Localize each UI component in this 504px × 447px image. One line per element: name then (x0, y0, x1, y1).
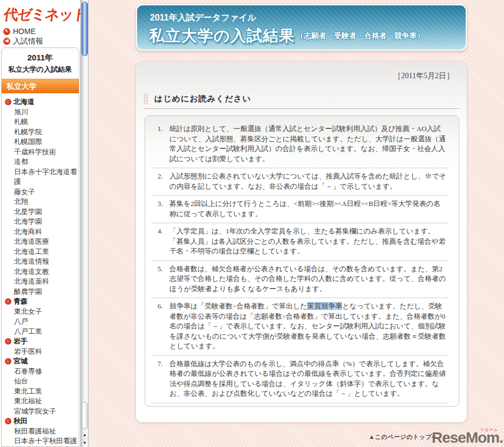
sidebar-region-header[interactable]: ↓青森 (5, 297, 78, 307)
note-text: 合格者数は、補欠合格者が公表されている場合は、その数を含めています。また、第2志… (169, 265, 446, 293)
note-item: 「入学定員」は、1年次の全入学定員を示し、主たる募集欄にのみ表示しています。「募… (152, 223, 448, 261)
frame-scrollbar[interactable]: ▲ ▼ (80, 0, 89, 447)
note-text: 合格最低線は大学公表のものを示し、満点中の得点率（%）で表示してします。補欠合格… (169, 360, 446, 398)
page-banner: 2011年入試データファイル 私立大学の入試結果 （志願者・受験者・合格者・競争… (136, 4, 467, 51)
banner-title-row: 私立大学の入試結果 （志願者・受験者・合格者・競争率） (149, 25, 466, 47)
sidebar-region-header[interactable]: ↓岩手 (5, 336, 78, 347)
sidebar-university-link[interactable]: 札幌国際 (5, 137, 78, 147)
sidebar-region-label: 岩手 (13, 336, 28, 347)
page-title: 私立大学の入試結果 (149, 25, 295, 47)
sidebar-category-private-university[interactable]: 私立大学 (2, 79, 79, 93)
red-down-arrow-icon: ↓ (5, 358, 11, 365)
note-item: 競争率は「受験者数÷合格者数」で算出した実質競争率となっています。ただし、受験者… (152, 298, 448, 356)
section-header: はじめにお読みください (144, 93, 467, 105)
nav-home-label: HOME (13, 26, 36, 36)
sidebar-title-text: 私立大学の入試結果 (3, 65, 78, 74)
note-text: 「入学定員」は、1年次の全入学定員を示し、主たる募集欄にのみ表示しています。「募… (169, 227, 446, 255)
sidebar-university-link[interactable]: 酪農学園 (5, 287, 78, 297)
top-nav: ↖ HOME ◀ 入試情報 (3, 26, 80, 46)
sidebar-university-link[interactable]: 札幌学院 (5, 127, 78, 137)
scrollbar-thumb[interactable] (81, 2, 88, 56)
note-item: 合格最低線は大学公表のものを示し、満点中の得点率（%）で表示してします。補欠合格… (152, 356, 448, 403)
section-title: はじめにお読みください (154, 94, 251, 104)
sidebar-university-link[interactable]: 八戸工業 (5, 327, 78, 337)
sidebar-region-label: 北海道 (13, 97, 35, 107)
red-down-arrow-icon: ↓ (5, 418, 11, 424)
sidebar-title-year: 2011年 (3, 53, 78, 63)
sidebar-university-link[interactable]: 東北工業 (5, 387, 78, 397)
sidebar-region-label: 秋田 (13, 416, 28, 427)
left-sidebar-frame: 代ゼミネット ↖ HOME ◀ 入試情報 2011年 私立大学の入試結果 私立大… (0, 0, 80, 447)
sidebar-university-link[interactable]: 北海道薬科 (5, 277, 78, 287)
sidebar-university-link[interactable]: 千歳科学技術 (5, 147, 78, 157)
note-text: 募集を2回以上に分けて行うところは、<前期><後期><A日程><B日程>等大学発… (169, 200, 440, 218)
sidebar-title: 2011年 私立大学の入試結果 (2, 48, 79, 79)
note-text: 入試形態別に公表されていない大学については、推薦入試等を含めた統計とし、※でその… (169, 172, 446, 190)
note-text: 競争率は「受験者数÷合格者数」で算出した (169, 302, 307, 310)
note-item: 募集を2回以上に分けて行うところは、<前期><後期><A日程><B日程>等大学発… (152, 196, 448, 223)
sidebar-menu-box: 2011年 私立大学の入試結果 私立大学 ↓北海道旭川札幌札幌学院札幌国際千歳科… (1, 47, 79, 447)
nav-exam-info-label: 入試情報 (13, 36, 43, 46)
sidebar-university-link[interactable]: 岩手医科 (5, 347, 78, 357)
scrollbar-down-button[interactable]: ▼ (81, 438, 88, 446)
sidebar-university-link[interactable]: 石巻専修 (5, 367, 78, 377)
red-down-arrow-icon: ↓ (5, 338, 11, 345)
red-down-arrow-icon: ↓ (5, 298, 11, 305)
sidebar-university-link[interactable]: 北星学園 (5, 207, 78, 217)
sidebar-region-label: 青森 (13, 297, 28, 307)
sidebar-university-link[interactable]: 北海学園 (5, 217, 78, 227)
watermark-text: ReseMom. (432, 429, 503, 446)
sidebar-university-link[interactable]: 藤女子 (5, 187, 78, 197)
sidebar-university-link[interactable]: 札幌 (5, 117, 78, 127)
notes-box: 統計は原則として、一般選抜（通常入試とセンター試験利用入試）及び推薦・AO入試に… (145, 115, 459, 407)
scrollbar-track-pill (81, 402, 88, 429)
sidebar-region-header[interactable]: ↓秋田 (5, 416, 78, 427)
site-logo[interactable]: 代ゼミネット (3, 5, 79, 24)
home-back-arrow-icon: ↖ (3, 28, 10, 35)
sidebar-university-link[interactable]: 旭川 (5, 107, 78, 118)
sidebar-university-link[interactable]: 宮城学院女子 (5, 407, 78, 417)
back-to-top-link[interactable]: ▲このページのトップへ (369, 433, 438, 441)
notes-list: 統計は原則として、一般選抜（通常入試とセンター試験利用入試）及び推薦・AO入試に… (152, 121, 448, 403)
sidebar-region-header[interactable]: ↓北海道 (5, 97, 78, 107)
left-arrow-icon: ◀ (3, 38, 10, 45)
note-item: 合格者数は、補欠合格者が公表されている場合は、その数を含めています。また、第2志… (152, 261, 448, 299)
main-content-frame: 2011年入試データファイル 私立大学の入試結果 （志願者・受験者・合格者・競争… (90, 0, 504, 447)
nav-home-link[interactable]: ↖ HOME (3, 26, 80, 36)
highlighted-term: 実質競争率 (307, 302, 342, 310)
scrollbar-up-button[interactable]: ▲ (81, 431, 88, 439)
sidebar-region-label: 宮城 (13, 356, 28, 367)
note-item: 入試形態別に公表されていない大学については、推薦入試等を含めた統計とし、※でその… (152, 168, 448, 196)
note-text: 統計は原則として、一般選抜（通常入試とセンター試験利用入試）及び推薦・AO入試に… (169, 125, 446, 163)
sidebar-university-link[interactable]: 北翔 (5, 197, 78, 207)
sidebar-university-link[interactable]: 秋田看護福祉 (5, 427, 78, 437)
sidebar-university-link[interactable]: 北海道文教 (5, 267, 78, 277)
banner-kicker: 2011年入試データファイル (150, 12, 466, 24)
red-down-arrow-icon: ↓ (5, 99, 11, 105)
sidebar-university-link[interactable]: 日本赤十字秋田看護 (5, 436, 78, 446)
sidebar-university-link[interactable]: 日本赤十字北海道看護 (5, 167, 78, 187)
sidebar-university-list: ↓北海道旭川札幌札幌学院札幌国際千歳科学技術道都日本赤十字北海道看護藤女子北翔北… (2, 93, 79, 446)
section-bullet-decoration-icon (144, 93, 148, 105)
sidebar-university-link[interactable]: 東北福祉 (5, 396, 78, 407)
nav-exam-info-link[interactable]: ◀ 入試情報 (3, 36, 80, 46)
sidebar-university-link[interactable]: 道都 (5, 157, 78, 167)
sidebar-university-link[interactable]: 八戸 (5, 317, 78, 327)
sidebar-university-link[interactable]: 仙台 (5, 376, 78, 387)
sidebar-university-link[interactable]: 北海道情報 (5, 257, 78, 267)
section-divider (144, 108, 459, 109)
resemom-watermark: リセマム ReseMom. (432, 429, 503, 446)
sidebar-university-link[interactable]: 北海商科 (5, 227, 78, 237)
sidebar-university-link[interactable]: 北海道工業 (5, 247, 78, 257)
sidebar-region-header[interactable]: ↓宮城 (5, 356, 78, 367)
note-item: 統計は原則として、一般選抜（通常入試とセンター試験利用入試）及び推薦・AO入試に… (152, 121, 448, 168)
sidebar-university-link[interactable]: 北海道医療 (5, 237, 78, 247)
banner-subtitle: （志願者・受験者・合格者・競争率） (296, 31, 425, 41)
content-panel: ［2011年5月2日］ はじめにお読みください 統計は原則として、一般選抜（通常… (136, 62, 467, 422)
publish-date: ［2011年5月2日］ (136, 71, 454, 81)
sidebar-university-link[interactable]: 東北女子 (5, 307, 78, 317)
